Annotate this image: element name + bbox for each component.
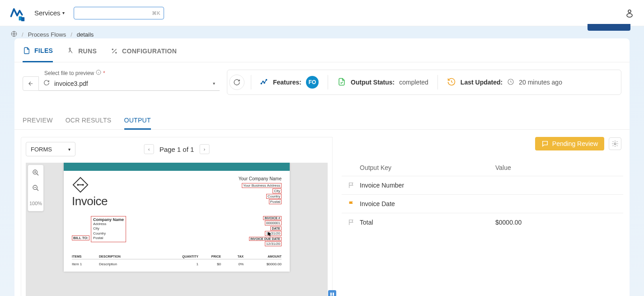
chevron-down-icon: ▾ bbox=[62, 10, 65, 15]
page-indicator: Page 1 of 1 bbox=[160, 146, 194, 153]
info-icon[interactable] bbox=[96, 70, 101, 76]
chevron-down-icon: ▾ bbox=[68, 147, 71, 152]
svg-point-2 bbox=[628, 10, 631, 13]
svg-point-3 bbox=[627, 14, 632, 17]
doc-company-name: Your Company Name bbox=[239, 176, 282, 181]
last-updated-value: 20 minutes ago bbox=[519, 79, 562, 86]
services-menu[interactable]: Services ▾ bbox=[34, 9, 65, 17]
tab-ocr-results[interactable]: OCR RESULTS bbox=[66, 113, 112, 129]
file-select-value: invoice3.pdf bbox=[54, 80, 213, 87]
doc-col-amt: AMOUNT bbox=[244, 255, 282, 258]
doc-field: Postal bbox=[93, 236, 124, 240]
document-preview[interactable]: Invoice Your Company Name Your Business … bbox=[64, 163, 290, 272]
doc-cell: 0% bbox=[221, 262, 244, 266]
tab-files-label: FILES bbox=[34, 47, 53, 54]
services-label: Services bbox=[34, 9, 61, 17]
flag-icon bbox=[348, 182, 355, 189]
output-status-value: completed bbox=[399, 79, 428, 86]
split-toggle[interactable] bbox=[328, 290, 336, 296]
output-row[interactable]: Invoice Number bbox=[342, 176, 623, 194]
output-row[interactable]: Invoice Date bbox=[342, 194, 623, 213]
required-asterisk: * bbox=[103, 70, 105, 76]
doc-field: INVOICE # bbox=[263, 216, 282, 220]
feature-badge[interactable]: FO bbox=[306, 76, 319, 89]
doc-field: DATE bbox=[270, 226, 282, 230]
doc-col-desc: DESCRIPTION bbox=[99, 255, 171, 258]
forms-dropdown[interactable]: FORMS ▾ bbox=[26, 142, 75, 156]
status-refresh-button[interactable] bbox=[229, 75, 244, 90]
tab-files[interactable]: FILES bbox=[23, 38, 53, 62]
doc-field: 12/31/20 bbox=[265, 231, 282, 236]
tab-preview[interactable]: PREVIEW bbox=[23, 113, 53, 129]
svg-rect-21 bbox=[333, 293, 334, 296]
tab-output[interactable]: OUTPUT bbox=[124, 113, 151, 130]
doc-field: INVOICE DUE DATE bbox=[249, 237, 282, 241]
doc-col-qty: QUANTITY bbox=[171, 255, 198, 258]
file-select-label: Select file to preview bbox=[44, 70, 94, 76]
doc-cell: 1 bbox=[171, 262, 198, 266]
svg-point-9 bbox=[261, 83, 262, 84]
features-icon bbox=[260, 78, 268, 87]
doc-cell: Item 1 bbox=[72, 262, 99, 266]
zoom-in-button[interactable] bbox=[28, 165, 43, 180]
last-updated-label: Last Updated: bbox=[461, 79, 503, 86]
file-select-dropdown[interactable]: invoice3.pdf ▾ bbox=[39, 76, 220, 91]
tab-runs-label: RUNS bbox=[78, 47, 97, 55]
output-key: Invoice Number bbox=[360, 182, 495, 189]
pending-review-button[interactable]: Pending Review bbox=[535, 137, 604, 150]
clock-icon bbox=[507, 78, 514, 87]
banner-action-button[interactable] bbox=[588, 24, 630, 31]
back-button[interactable] bbox=[23, 76, 39, 91]
chevron-down-icon: ▾ bbox=[213, 81, 215, 86]
user-avatar[interactable] bbox=[624, 8, 635, 19]
output-row[interactable]: Total $0000.00 bbox=[342, 213, 623, 231]
pending-review-label: Pending Review bbox=[552, 140, 598, 147]
output-status-icon bbox=[337, 77, 346, 88]
svg-point-12 bbox=[266, 79, 267, 80]
svg-rect-1 bbox=[21, 17, 24, 21]
breadcrumb-process-flows[interactable]: Process Flows bbox=[28, 31, 66, 38]
doc-cell: Description bbox=[99, 262, 171, 266]
doc-field: Your Business Address bbox=[242, 183, 282, 188]
breadcrumb-details: details bbox=[77, 31, 94, 38]
page-next-button[interactable]: › bbox=[199, 144, 209, 154]
zoom-level: 100% bbox=[28, 196, 43, 211]
doc-cell: $0 bbox=[198, 262, 221, 266]
history-icon bbox=[447, 77, 456, 88]
page-prev-button[interactable]: ‹ bbox=[144, 144, 154, 154]
flag-icon bbox=[348, 200, 355, 207]
zoom-out-button[interactable] bbox=[28, 180, 43, 196]
doc-field: Country bbox=[266, 194, 282, 199]
tab-runs[interactable]: RUNS bbox=[66, 38, 97, 62]
forms-dropdown-label: FORMS bbox=[31, 146, 52, 153]
flag-icon bbox=[348, 219, 355, 226]
doc-cell: $0000.00 bbox=[244, 262, 282, 266]
svg-point-11 bbox=[264, 82, 265, 83]
doc-field: 12/31/20 bbox=[265, 241, 282, 246]
svg-rect-19 bbox=[78, 184, 83, 185]
doc-col-tax: TAX bbox=[221, 255, 244, 258]
doc-field: Postal bbox=[269, 199, 282, 204]
doc-col-price: PRICE bbox=[198, 255, 221, 258]
app-logo[interactable] bbox=[9, 5, 25, 21]
svg-point-5 bbox=[69, 48, 71, 49]
search-input[interactable] bbox=[74, 7, 164, 19]
doc-field: 0000001 bbox=[265, 221, 282, 226]
doc-bill-company: Company Name bbox=[93, 217, 124, 222]
output-value: $0000.00 bbox=[495, 219, 617, 226]
svg-point-10 bbox=[263, 81, 263, 82]
globe-icon[interactable] bbox=[11, 31, 17, 38]
doc-field: Address bbox=[93, 222, 124, 226]
output-key: Invoice Date bbox=[360, 200, 495, 207]
doc-field: City bbox=[273, 188, 282, 193]
breadcrumb: / Process Flows / details bbox=[11, 31, 633, 38]
tab-config-label: CONFIGURATION bbox=[122, 47, 177, 55]
document-logo-icon bbox=[72, 176, 89, 193]
output-status-label: Output Status: bbox=[351, 79, 395, 86]
svg-point-22 bbox=[614, 143, 616, 145]
output-col-value: Value bbox=[495, 164, 617, 171]
settings-button[interactable] bbox=[609, 137, 621, 150]
doc-field: City bbox=[93, 226, 124, 231]
tab-configuration[interactable]: CONFIGURATION bbox=[110, 38, 177, 62]
doc-field: Country bbox=[93, 231, 124, 236]
